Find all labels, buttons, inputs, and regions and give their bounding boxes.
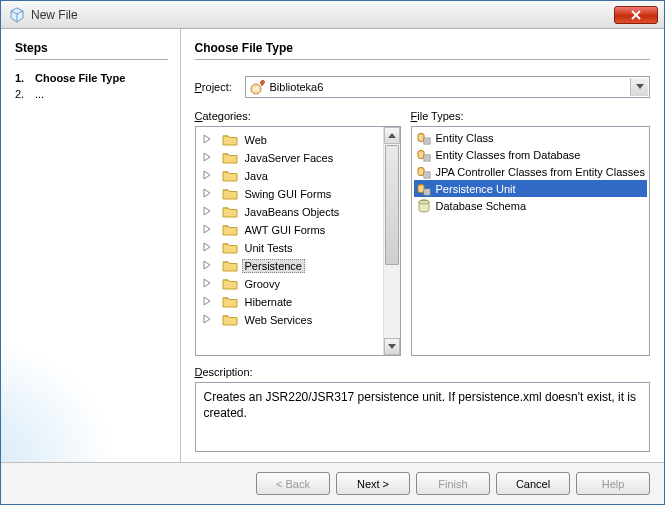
folder-icon [222, 222, 238, 238]
wizard-content: Choose File Type Project: Biblioteka6 [181, 29, 664, 462]
scroll-up-button[interactable] [384, 127, 400, 144]
category-item[interactable]: Swing GUI Forms [196, 185, 382, 203]
filetype-label: Entity Class [436, 132, 494, 144]
category-label: Web Services [242, 313, 316, 327]
tree-expand-icon[interactable] [202, 188, 214, 200]
svg-marker-16 [388, 133, 396, 138]
svg-rect-3 [253, 87, 259, 91]
tree-expand-icon[interactable] [202, 314, 214, 326]
folder-icon [222, 312, 238, 328]
categories-tree[interactable]: WebJavaServer FacesJavaSwing GUI FormsJa… [195, 126, 401, 356]
filetype-icon [416, 164, 432, 180]
tree-expand-icon[interactable] [202, 224, 214, 236]
app-icon [9, 7, 25, 23]
category-item[interactable]: Web [196, 131, 382, 149]
filetype-item[interactable]: JPA Controller Classes from Entity Class… [414, 163, 647, 180]
steps-header: Steps [15, 41, 168, 60]
tree-expand-icon[interactable] [202, 134, 214, 146]
category-label: Persistence [242, 259, 305, 273]
button-bar: < Back Next > Finish Cancel Help [1, 462, 664, 504]
svg-marker-13 [204, 279, 210, 287]
next-button[interactable]: Next > [336, 472, 410, 495]
project-value: Biblioteka6 [270, 81, 324, 93]
steps-panel: Steps 1.Choose File Type2.... [1, 29, 181, 462]
svg-marker-8 [204, 189, 210, 197]
description-label: Description: [195, 366, 650, 378]
category-item[interactable]: JavaBeans Objects [196, 203, 382, 221]
category-item[interactable]: Unit Tests [196, 239, 382, 257]
folder-icon [222, 276, 238, 292]
category-item[interactable]: Groovy [196, 275, 382, 293]
svg-marker-4 [636, 84, 644, 89]
category-label: JavaBeans Objects [242, 205, 343, 219]
filetypes-list[interactable]: Entity ClassEntity Classes from Database… [411, 126, 650, 356]
svg-rect-19 [424, 138, 430, 144]
svg-marker-11 [204, 243, 210, 251]
svg-rect-31 [424, 189, 430, 195]
folder-icon [222, 294, 238, 310]
step-item: 2.... [15, 86, 168, 102]
category-item[interactable]: Web Services [196, 311, 382, 329]
svg-rect-27 [424, 172, 430, 178]
svg-marker-10 [204, 225, 210, 233]
category-item[interactable]: Hibernate [196, 293, 382, 311]
tree-expand-icon[interactable] [202, 206, 214, 218]
category-label: Groovy [242, 277, 283, 291]
svg-marker-9 [204, 207, 210, 215]
folder-icon [222, 150, 238, 166]
category-label: JavaServer Faces [242, 151, 337, 165]
filetype-label: Entity Classes from Database [436, 149, 581, 161]
description-box: Creates an JSR220/JSR317 persistence uni… [195, 382, 650, 452]
tree-expand-icon[interactable] [202, 170, 214, 182]
category-label: Unit Tests [242, 241, 296, 255]
filetype-label: Database Schema [436, 200, 527, 212]
scroll-down-button[interactable] [384, 338, 400, 355]
svg-marker-6 [204, 153, 210, 161]
tree-expand-icon[interactable] [202, 260, 214, 272]
folder-icon [222, 186, 238, 202]
back-button[interactable]: < Back [256, 472, 330, 495]
step-item: 1.Choose File Type [15, 70, 168, 86]
filetypes-col: File Types: Entity ClassEntity Classes f… [411, 110, 650, 356]
category-item[interactable]: AWT GUI Forms [196, 221, 382, 239]
svg-marker-12 [204, 261, 210, 269]
window-close-button[interactable] [614, 6, 658, 24]
filetype-item[interactable]: Database Schema [414, 197, 647, 214]
folder-icon [222, 258, 238, 274]
filetype-icon [416, 130, 432, 146]
help-button[interactable]: Help [576, 472, 650, 495]
category-item[interactable]: JavaServer Faces [196, 149, 382, 167]
project-row: Project: Biblioteka6 [195, 76, 650, 98]
filetype-item[interactable]: Entity Classes from Database [414, 146, 647, 163]
filetype-label: Persistence Unit [436, 183, 516, 195]
scroll-thumb[interactable] [385, 145, 399, 265]
dropdown-arrow-icon[interactable] [630, 78, 648, 96]
category-item[interactable]: Java [196, 167, 382, 185]
finish-button[interactable]: Finish [416, 472, 490, 495]
tree-expand-icon[interactable] [202, 296, 214, 308]
category-label: Swing GUI Forms [242, 187, 335, 201]
tree-expand-icon[interactable] [202, 152, 214, 164]
category-item[interactable]: Persistence [196, 257, 382, 275]
content-header: Choose File Type [195, 41, 650, 60]
category-label: AWT GUI Forms [242, 223, 329, 237]
titlebar: New File [1, 1, 664, 29]
lists-row: Categories: WebJavaServer FacesJavaSwing… [195, 110, 650, 356]
cancel-button[interactable]: Cancel [496, 472, 570, 495]
folder-icon [222, 132, 238, 148]
filetype-icon [416, 198, 432, 214]
project-label: Project: [195, 81, 245, 93]
tree-expand-icon[interactable] [202, 278, 214, 290]
filetype-label: JPA Controller Classes from Entity Class… [436, 166, 645, 178]
project-combo[interactable]: Biblioteka6 [245, 76, 650, 98]
folder-icon [222, 240, 238, 256]
filetype-item[interactable]: Persistence Unit [414, 180, 647, 197]
folder-icon [222, 204, 238, 220]
category-label: Hibernate [242, 295, 296, 309]
svg-marker-7 [204, 171, 210, 179]
categories-col: Categories: WebJavaServer FacesJavaSwing… [195, 110, 401, 356]
categories-scrollbar[interactable] [383, 127, 400, 355]
category-label: Web [242, 133, 270, 147]
filetype-item[interactable]: Entity Class [414, 129, 647, 146]
tree-expand-icon[interactable] [202, 242, 214, 254]
